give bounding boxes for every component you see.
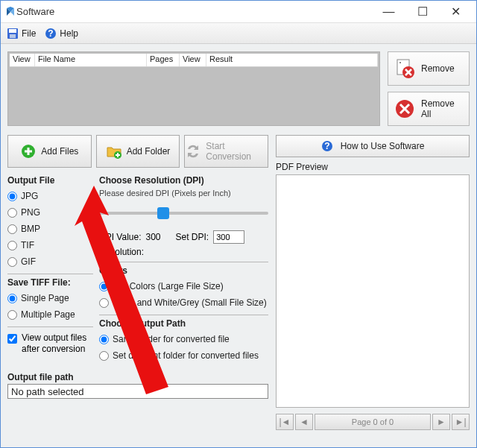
colors-title: Colors: [99, 265, 268, 276]
menu-file[interactable]: File: [7, 28, 36, 40]
menubar: File ? Help: [1, 23, 476, 44]
start-conversion-button[interactable]: Start Conversion: [184, 135, 268, 168]
add-files-icon: [20, 143, 37, 160]
minimize-button[interactable]: —: [372, 1, 405, 22]
output-file-title: Output File: [7, 175, 93, 186]
col-filename[interactable]: File Name: [35, 54, 147, 66]
svg-rect-1: [9, 29, 16, 33]
dpi-value-label: DPI Value:: [99, 232, 141, 242]
svg-rect-2: [10, 34, 16, 38]
output-path-value[interactable]: No path selected: [7, 384, 268, 399]
view-after-checkbox[interactable]: View output files after conversion: [7, 330, 93, 357]
window-title: Software: [16, 6, 372, 17]
output-jpg[interactable]: JPG: [7, 189, 93, 204]
pager-last[interactable]: ►|: [452, 414, 470, 430]
app-icon: [4, 6, 16, 18]
dpi-value: 300: [145, 232, 171, 242]
save-icon: [7, 28, 19, 40]
pager-info: Page 0 of 0: [315, 414, 431, 430]
howto-button[interactable]: ? How to Use Software: [276, 135, 470, 157]
pager-first[interactable]: |◄: [276, 414, 294, 430]
preview-label: PDF Preview: [276, 162, 470, 172]
output-path-label: Output file path: [7, 372, 268, 382]
output-bmp[interactable]: BMP: [7, 221, 93, 236]
col-view2[interactable]: View: [180, 54, 206, 66]
col-view[interactable]: View: [10, 54, 35, 66]
colors-full[interactable]: Full Colors (Large File Size): [99, 279, 268, 294]
remove-button[interactable]: Remove: [388, 51, 470, 86]
set-dpi-label: Set DPI:: [175, 232, 209, 242]
convert-icon: [185, 143, 201, 160]
dpi-slider[interactable]: [99, 205, 268, 221]
svg-text:?: ?: [48, 28, 54, 39]
set-dpi-input[interactable]: [213, 230, 244, 244]
help-icon: ?: [45, 28, 57, 40]
remove-all-icon: [394, 98, 415, 119]
add-folder-button[interactable]: Add Folder: [96, 135, 180, 168]
output-gif[interactable]: GIF: [7, 254, 93, 269]
add-folder-icon: [106, 143, 122, 160]
svg-text:?: ?: [324, 141, 329, 151]
resolution-hint: Please desired DPI (Pixels per Inch): [99, 189, 268, 198]
outpath-same[interactable]: Same folder for converted file: [99, 332, 268, 347]
pdf-preview: [276, 174, 470, 408]
resolution-output-label: Resolution:: [99, 247, 268, 257]
titlebar: Software — ☐ ✕: [1, 1, 476, 23]
tiff-multi[interactable]: Multiple Page: [7, 307, 93, 322]
output-tif[interactable]: TIF: [7, 238, 93, 253]
remove-all-button[interactable]: Remove All: [388, 92, 470, 126]
file-list-header: View File Name Pages View Result: [10, 54, 378, 67]
add-files-button[interactable]: Add Files: [7, 135, 92, 168]
col-result[interactable]: Result: [206, 54, 378, 66]
menu-help[interactable]: ? Help: [45, 28, 78, 40]
pager-next[interactable]: ►: [432, 414, 450, 430]
file-list[interactable]: View File Name Pages View Result: [7, 51, 380, 126]
tiff-title: Save TIFF File:: [7, 277, 93, 288]
maximize-button[interactable]: ☐: [405, 1, 439, 22]
output-png[interactable]: PNG: [7, 205, 93, 220]
colors-bw[interactable]: Black and White/Grey (Small File Size): [99, 295, 268, 310]
help-icon: ?: [321, 140, 333, 152]
col-pages[interactable]: Pages: [147, 54, 180, 66]
close-button[interactable]: ✕: [439, 1, 473, 22]
preview-pager: |◄ ◄ Page 0 of 0 ► ►|: [276, 412, 470, 432]
file-list-body[interactable]: [10, 67, 378, 125]
remove-icon: [394, 58, 415, 79]
pager-prev[interactable]: ◄: [295, 414, 313, 430]
tiff-single[interactable]: Single Page: [7, 291, 93, 306]
resolution-title: Choose Resolution (DPI): [99, 175, 268, 186]
outpath-title: Choose Output Path: [99, 318, 268, 329]
outpath-diff[interactable]: Set different folder for converted files: [99, 348, 268, 363]
